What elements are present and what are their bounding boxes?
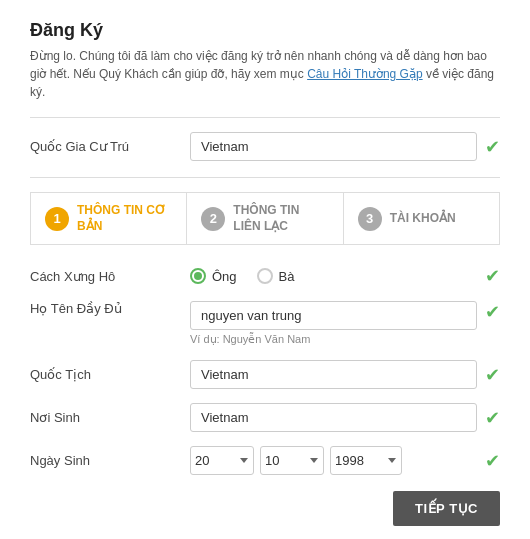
radio-ong-label: Ông [212,269,237,284]
fullname-hint: Ví dụ: Nguyễn Văn Nam [190,333,477,346]
radio-ba-circle [257,268,273,284]
nationality-input[interactable] [190,360,477,389]
birthday-check-icon: ✔ [485,450,500,472]
step-1-label: THÔNG TIN CƠ BẢN [77,203,172,234]
birthplace-label: Nơi Sinh [30,410,190,425]
birthday-label: Ngày Sinh [30,453,190,468]
continue-button[interactable]: TIẾP TỤC [393,491,500,526]
step-3-label: TÀI KHOẢN [390,211,456,227]
birthplace-input[interactable] [190,403,477,432]
fullname-row: Họ Tên Đầy Đủ Ví dụ: Nguyễn Văn Nam ✔ [30,301,500,346]
country-row: Quốc Gia Cư Trú ✔ [30,132,500,161]
button-row: TIẾP TỤC [30,491,500,526]
birthplace-check-icon: ✔ [485,407,500,429]
birthday-day-select[interactable]: 1234567891011121314151617181920212223242… [190,446,254,475]
steps-bar: 1 THÔNG TIN CƠ BẢN 2 THÔNG TIN LIÊN LẠC … [30,192,500,245]
salutation-radio-group: Ông Bà [190,268,477,284]
page-title: Đăng Ký [30,20,500,41]
birthday-month-select[interactable]: 123456789101112 [260,446,324,475]
divider-1 [30,117,500,118]
country-input[interactable] [190,132,477,161]
nationality-check-icon: ✔ [485,364,500,386]
step-1-circle: 1 [45,207,69,231]
fullname-label: Họ Tên Đầy Đủ [30,301,190,316]
radio-ba[interactable]: Bà [257,268,295,284]
birthplace-row: Nơi Sinh ✔ [30,403,500,432]
country-label: Quốc Gia Cư Trú [30,139,190,154]
step-2-label: THÔNG TIN LIÊN LẠC [233,203,328,234]
step-1[interactable]: 1 THÔNG TIN CƠ BẢN [31,193,187,244]
subtitle: Đừng lo. Chúng tôi đã làm cho việc đăng … [30,47,500,101]
nationality-row: Quốc Tịch ✔ [30,360,500,389]
salutation-label: Cách Xưng Hô [30,269,190,284]
birthday-row: Ngày Sinh 123456789101112131415161718192… [30,446,500,475]
country-check-icon: ✔ [485,136,500,158]
step-3-circle: 3 [358,207,382,231]
salutation-check-icon: ✔ [485,265,500,287]
radio-ong[interactable]: Ông [190,268,237,284]
step-2[interactable]: 2 THÔNG TIN LIÊN LẠC [187,193,343,244]
radio-ong-circle [190,268,206,284]
fullname-input-wrapper: Ví dụ: Nguyễn Văn Nam [190,301,477,346]
step-2-circle: 2 [201,207,225,231]
step-3[interactable]: 3 TÀI KHOẢN [344,193,499,244]
birthday-date-group: 1234567891011121314151617181920212223242… [190,446,477,475]
nationality-label: Quốc Tịch [30,367,190,382]
fullname-input[interactable] [190,301,477,330]
fullname-check-icon: ✔ [485,301,500,323]
faq-link[interactable]: Câu Hỏi Thường Gặp [307,67,423,81]
divider-2 [30,177,500,178]
radio-ba-label: Bà [279,269,295,284]
birthday-year-select[interactable]: 1980198119821983198419851986198719881989… [330,446,402,475]
salutation-row: Cách Xưng Hô Ông Bà ✔ [30,265,500,287]
